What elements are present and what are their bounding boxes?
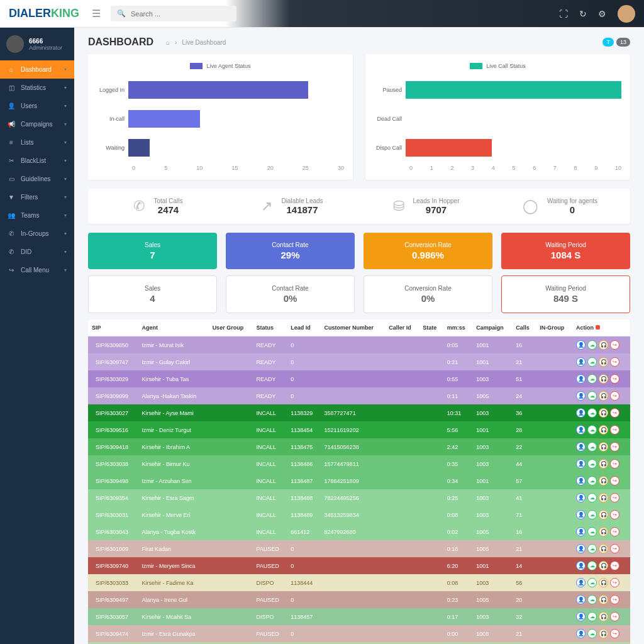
table-row[interactable]: SIP/6309498Izmir - Arzuhan SenINCALL1138… <box>88 472 630 489</box>
action-headset-icon[interactable]: 🎧 <box>599 578 608 587</box>
action-logout-icon[interactable]: ↪ <box>610 612 619 621</box>
action-user-icon[interactable]: 👤 <box>576 493 586 502</box>
col-header[interactable]: Status <box>252 319 287 336</box>
action-user-icon[interactable]: 👤 <box>576 357 586 367</box>
action-user-icon[interactable]: 👤 <box>576 510 586 519</box>
action-cloud-icon[interactable]: ☁ <box>587 442 597 452</box>
table-row[interactable]: SIP/6303033Kirsehir - Fadime KaDISPO1138… <box>88 574 630 591</box>
action-logout-icon[interactable]: ↪ <box>610 595 619 604</box>
table-row[interactable]: SIP/6309418Kirsehir - Ibrahim AINCALL113… <box>88 438 630 455</box>
table-row[interactable]: SIP/6309740Izmir - Meryem SincaPAUSED06:… <box>88 557 630 574</box>
action-cloud-icon[interactable]: ☁ <box>587 629 597 638</box>
action-cloud-icon[interactable]: ☁ <box>587 374 597 384</box>
action-headset-icon[interactable]: 🎧 <box>599 527 608 536</box>
sidebar-item-lists[interactable]: ≡Lists▾ <box>0 133 74 152</box>
action-user-icon[interactable]: 👤 <box>576 595 586 604</box>
action-user-icon[interactable]: 👤 <box>576 476 586 486</box>
home-icon[interactable]: ⌂ <box>166 39 170 46</box>
table-row[interactable]: SIP/6303031Kirsehir - Merve EriINCALL113… <box>88 506 630 523</box>
sidebar-item-dashboard[interactable]: ⌂Dashboard▾ <box>0 60 74 79</box>
action-cloud-icon[interactable]: ☁ <box>587 459 597 469</box>
action-logout-icon[interactable]: ↪ <box>610 442 619 452</box>
col-header[interactable]: Lead Id <box>287 319 320 336</box>
col-header[interactable]: mm:ss <box>443 319 473 336</box>
action-user-icon[interactable]: 👤 <box>576 442 586 452</box>
action-cloud-icon[interactable]: ☁ <box>587 561 597 570</box>
action-headset-icon[interactable]: 🎧 <box>599 425 608 435</box>
expand-icon[interactable]: ⛶ <box>559 9 568 19</box>
table-row[interactable]: SIP/6309850Izmir - Murat IsikREADY00:051… <box>88 336 630 354</box>
sidebar-item-users[interactable]: 👤Users▾ <box>0 97 74 115</box>
col-header[interactable]: Campaign <box>472 319 512 336</box>
sidebar-item-teams[interactable]: 👥Teams▾ <box>0 206 74 225</box>
table-row[interactable]: SIP/6309516Izmir - Deniz TurgutINCALL113… <box>88 421 630 438</box>
col-header[interactable]: Calls <box>512 319 536 336</box>
col-header[interactable]: SIP <box>88 319 138 336</box>
action-headset-icon[interactable]: 🎧 <box>599 510 608 519</box>
col-header[interactable]: Caller Id <box>385 319 419 336</box>
action-user-icon[interactable]: 👤 <box>576 340 586 350</box>
sidebar-item-campaigns[interactable]: 📢Campaigns▾ <box>0 115 74 133</box>
action-cloud-icon[interactable]: ☁ <box>587 476 597 486</box>
action-user-icon[interactable]: 👤 <box>576 578 586 587</box>
action-user-icon[interactable]: 👤 <box>576 374 586 384</box>
search-input[interactable] <box>131 10 230 18</box>
action-logout-icon[interactable]: ↪ <box>610 391 619 401</box>
action-headset-icon[interactable]: 🎧 <box>599 493 608 502</box>
col-header[interactable]: User Group <box>209 319 253 336</box>
action-logout-icon[interactable]: ↪ <box>610 527 619 536</box>
action-logout-icon[interactable]: ↪ <box>610 476 619 486</box>
action-cloud-icon[interactable]: ☁ <box>587 578 597 587</box>
col-header[interactable]: State <box>419 319 443 336</box>
action-headset-icon[interactable]: 🎧 <box>599 442 608 452</box>
action-headset-icon[interactable]: 🎧 <box>599 374 608 384</box>
action-cloud-icon[interactable]: ☁ <box>587 391 597 401</box>
action-logout-icon[interactable]: ↪ <box>610 425 619 435</box>
col-header[interactable]: IN-Group <box>536 319 572 336</box>
action-cloud-icon[interactable]: ☁ <box>587 357 597 367</box>
action-user-icon[interactable]: 👤 <box>576 425 586 435</box>
action-user-icon[interactable]: 👤 <box>576 527 586 536</box>
sidebar-item-in-groups[interactable]: ✆In-Groups▾ <box>0 225 74 243</box>
action-cloud-icon[interactable]: ☁ <box>587 544 597 553</box>
action-cloud-icon[interactable]: ☁ <box>587 340 597 350</box>
table-row[interactable]: SIP/6303027Kirsehir - Ayse MamiINCALL113… <box>88 404 630 421</box>
search-box[interactable]: 🔍 <box>111 6 236 21</box>
action-logout-icon[interactable]: ↪ <box>610 578 619 587</box>
action-cloud-icon[interactable]: ☁ <box>587 612 597 621</box>
action-user-icon[interactable]: 👤 <box>576 459 586 469</box>
action-cloud-icon[interactable]: ☁ <box>587 408 597 418</box>
action-cloud-icon[interactable]: ☁ <box>587 595 597 604</box>
action-headset-icon[interactable]: 🎧 <box>599 408 608 418</box>
action-logout-icon[interactable]: ↪ <box>610 459 619 469</box>
action-headset-icon[interactable]: 🎧 <box>599 595 608 604</box>
action-logout-icon[interactable]: ↪ <box>610 357 619 367</box>
table-row[interactable]: SIP/6303029Kirsehir - Tuba TasREADY00:55… <box>88 370 630 387</box>
action-logout-icon[interactable]: ↪ <box>610 340 619 350</box>
action-headset-icon[interactable]: 🎧 <box>599 357 608 367</box>
action-logout-icon[interactable]: ↪ <box>610 561 619 570</box>
table-row[interactable]: SIP/6303043Alanya - Tugba KostkINCALL661… <box>88 523 630 540</box>
sidebar-item-blacklist[interactable]: ✂BlackList▾ <box>0 152 74 170</box>
table-row[interactable]: SIP/6303057Kirsehir - Mcahit SaDISPO1138… <box>88 608 630 625</box>
user-avatar[interactable] <box>618 5 635 23</box>
action-cloud-icon[interactable]: ☁ <box>587 493 597 502</box>
table-row[interactable]: SIP/6303038Kirsehir - Birnur KuINCALL113… <box>88 455 630 472</box>
sidebar-item-statistics[interactable]: ◫Statistics▾ <box>0 79 74 97</box>
action-logout-icon[interactable]: ↪ <box>610 408 619 418</box>
action-headset-icon[interactable]: 🎧 <box>599 340 608 350</box>
sidebar-item-guidelines[interactable]: ▭Guidelines▾ <box>0 170 74 188</box>
action-headset-icon[interactable]: 🎧 <box>599 629 608 638</box>
action-user-icon[interactable]: 👤 <box>576 561 586 570</box>
action-cloud-icon[interactable]: ☁ <box>587 510 597 519</box>
settings-icon[interactable]: ⚙ <box>598 9 606 19</box>
history-icon[interactable]: ↻ <box>579 9 587 19</box>
action-cloud-icon[interactable]: ☁ <box>587 527 597 536</box>
table-row[interactable]: SIP/6309747Izmir - Gulay CakirlREADY00:2… <box>88 353 630 370</box>
table-row[interactable]: SIP/6309497Alanya - Irene GulPAUSED00:23… <box>88 591 630 608</box>
action-headset-icon[interactable]: 🎧 <box>599 476 608 486</box>
action-user-icon[interactable]: 👤 <box>576 629 586 638</box>
action-user-icon[interactable]: 👤 <box>576 408 586 418</box>
action-logout-icon[interactable]: ↪ <box>610 629 619 638</box>
sidebar-item-did[interactable]: ✆DID▾ <box>0 243 74 261</box>
